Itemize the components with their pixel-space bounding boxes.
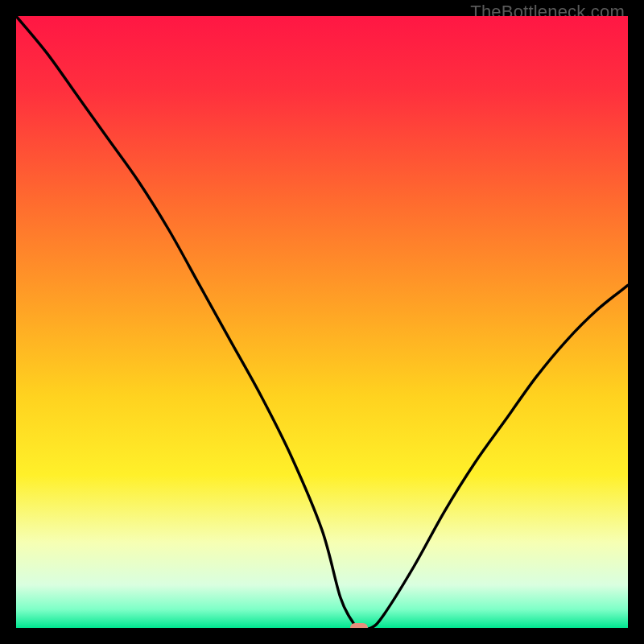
- bottleneck-curve: [16, 16, 628, 628]
- chart-frame: TheBottleneck.com: [0, 0, 644, 644]
- plot-area: [16, 16, 628, 628]
- optimal-point-marker: [350, 623, 368, 628]
- curve-path: [16, 16, 628, 628]
